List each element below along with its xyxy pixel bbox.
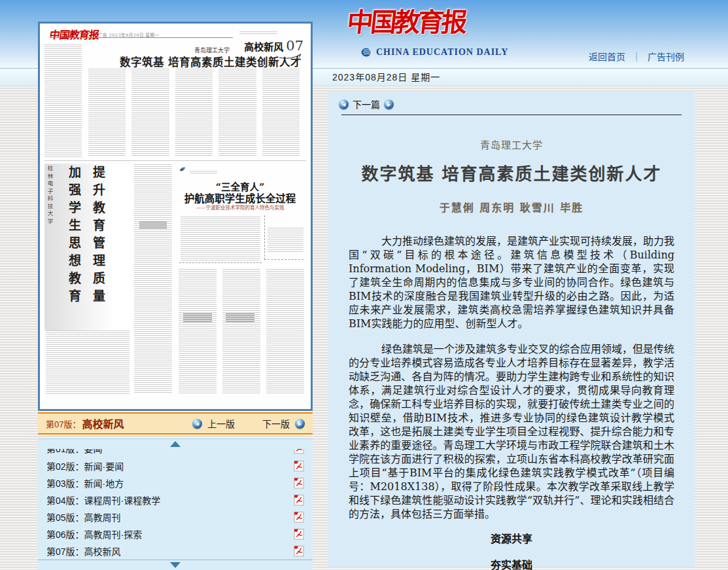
pdf-icon[interactable] [294, 449, 304, 454]
edition-link[interactable]: 第05版：高教周刊 [46, 510, 294, 524]
next-article-orb-icon[interactable]: ▶ [384, 99, 394, 109]
mini-text-columns [88, 69, 300, 157]
mini-text-block [46, 330, 130, 395]
edition-link[interactable]: 第02版：新闻·要闻 [46, 459, 294, 472]
mini-subhead-line [183, 313, 212, 323]
mini-text-columns [179, 269, 304, 393]
globe-icon [361, 48, 373, 57]
edition-link[interactable]: 第01版：要闻 [46, 449, 294, 455]
home-link[interactable]: 返回首页 [589, 50, 625, 63]
mini-subhead-line [226, 313, 254, 323]
article-subhead: 夯实基础 [338, 556, 685, 570]
mini-left-school: 桂林电子科技大学 [46, 166, 54, 247]
current-edition-name: 高校新风 [82, 416, 124, 431]
mini-side-note [264, 215, 303, 260]
current-edition-prefix: 第07版： [46, 418, 80, 430]
scroll-up-icon[interactable] [170, 441, 181, 447]
mini-masthead-rule [50, 37, 233, 38]
mini-text-column [44, 45, 82, 157]
prev-article-orb-icon[interactable]: ◀ [339, 99, 349, 109]
mini-right-title-line2: 护航高职学生成长全过程 [175, 190, 305, 205]
scroll-up-control[interactable] [38, 439, 313, 449]
site-logo-en-text: CHINA EDUCATION DAILY [376, 47, 508, 58]
edition-row[interactable]: 第02版：新闻·要闻 [38, 457, 313, 474]
mini-quill-caption [190, 171, 217, 173]
edition-row[interactable]: 第04版：课程周刊·课程教学 [38, 491, 313, 508]
article-nav-top: ◀ 下一篇 ▶ [338, 92, 685, 113]
article-authors: 于慧俐 周东明 耿雪川 毕胜 [338, 199, 685, 215]
mini-intro-box [179, 215, 262, 263]
site-logo: 中国教育报 [345, 1, 467, 39]
edition-link[interactable]: 第03版：新闻·地方 [46, 476, 294, 490]
next-page-orb-icon[interactable]: ▶ [295, 419, 305, 429]
mini-phone-line [239, 31, 277, 34]
next-article-link-top[interactable]: 下一篇 [353, 98, 380, 111]
ads-link[interactable]: 广告刊例 [648, 50, 684, 63]
edition-row[interactable]: 第06版：高教周刊·探索 [38, 525, 313, 543]
edition-link[interactable]: 第04版：课程周刊·课程教学 [46, 493, 294, 507]
edition-row[interactable]: 第05版：高教周刊 [38, 508, 313, 525]
pdf-icon[interactable] [294, 545, 304, 557]
article-body: 大力推动绿色建筑的发展，是建筑产业实现可持续发展，助力我国“双碳”目标的根本途径… [338, 234, 685, 521]
prev-page-orb-icon[interactable]: ◀ [192, 419, 202, 429]
site-logo-subtitle: CHINA EDUCATION DAILY [361, 47, 508, 58]
mini-text-column [134, 164, 172, 393]
article-panel: ◀ 下一篇 ▶ 青岛理工大学 数字筑基 培育高素质土建类创新人才 于慧俐 周东明… [328, 92, 695, 567]
quill-icon: ✒ [177, 163, 189, 175]
pdf-icon[interactable] [294, 477, 304, 489]
article-title: 数字筑基 培育高素质土建类创新人才 [338, 160, 685, 185]
prev-page-button[interactable]: 上一版 [207, 417, 235, 430]
header-links: 返回首页 ｜ 广告刊例 [589, 50, 684, 63]
pdf-icon[interactable] [294, 460, 304, 472]
edition-nav-bar: 第07版： 高校新风 ◀ 上一版 下一版 ▶ [38, 412, 313, 435]
mini-article-divider [44, 160, 306, 161]
article-subhead: 资源共享 [338, 530, 685, 546]
article-paragraph: 绿色建筑是一个涉及建筑多专业交叉的综合应用领域，但是传统的分专业培养模式容易造成… [349, 342, 674, 521]
mini-subhead-line [139, 222, 167, 228]
date-text: 2023年08月28日 星期一 [332, 69, 728, 86]
edition-row-clipped[interactable]: 第01版：要闻 [38, 449, 313, 457]
edition-row[interactable]: 第03版：新闻·地方 [38, 474, 313, 491]
pdf-icon[interactable] [294, 494, 304, 506]
article-top-rule [341, 115, 682, 115]
mini-lead-title: 数字筑基 培育高素质土建类创新人才 [115, 54, 306, 69]
edition-row[interactable]: 第07版：高校新风 [38, 543, 313, 560]
edition-link[interactable]: 第07版：高校新风 [46, 544, 294, 558]
mini-masthead-logo: 中国教育报 [48, 26, 99, 42]
newspaper-page-preview[interactable]: 中国教育报 广告 2023年8月28日 星期一 高校新风 07 青岛理工大学 数… [38, 22, 313, 411]
scroll-down-icon[interactable] [170, 562, 181, 568]
pdf-icon[interactable] [294, 511, 304, 523]
article-paragraph: 大力推动绿色建筑的发展，是建筑产业实现可持续发展，助力我国“双碳”目标的根本途径… [349, 234, 674, 330]
next-page-button[interactable]: 下一版 [262, 417, 290, 430]
edition-link[interactable]: 第06版：高教周刊·探索 [46, 527, 294, 541]
newspaper-page-image: 中国教育报 广告 2023年8月28日 星期一 高校新风 07 青岛理工大学 数… [44, 26, 306, 407]
scroll-down-control[interactable] [38, 560, 313, 570]
mini-right-subtitle: ——宁波职业技术学院的育人特色与实效 [175, 204, 305, 211]
header-link-separator: ｜ [632, 50, 641, 63]
edition-list: 第01版：要闻 第02版：新闻·要闻 第03版：新闻·地方 [38, 438, 313, 570]
article-kicker: 青岛理工大学 [338, 137, 685, 151]
page: 中国教育报 CHINA EDUCATION DAILY 返回首页 ｜ 广告刊例 … [0, 0, 728, 570]
mini-left-title: 提升教育管理质量 加强学生思想教育 [65, 166, 107, 323]
pdf-icon[interactable] [294, 528, 304, 540]
